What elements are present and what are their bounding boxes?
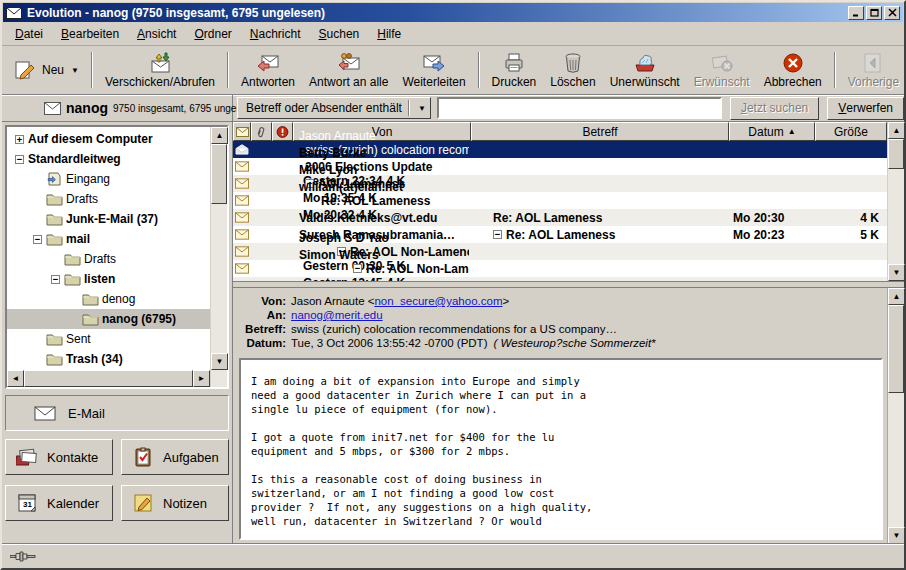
maximize-button[interactable]	[866, 6, 882, 20]
scroll-up-icon[interactable]: ▲	[888, 122, 905, 139]
junk-button[interactable]: Unerwünscht	[603, 48, 687, 92]
column-betreff[interactable]: Betreff	[471, 122, 729, 141]
switcher-contacts-button[interactable]: Kontakte	[5, 439, 113, 475]
tree-item-drafts[interactable]: Drafts	[7, 249, 210, 269]
send-receive-icon	[148, 52, 172, 74]
scroll-up-icon[interactable]: ▲	[888, 288, 905, 305]
scroll-left-icon[interactable]: ◄	[7, 370, 24, 387]
row-datum: Mo 20:23	[729, 228, 815, 242]
tree-item-nanog-6795-[interactable]: nanog (6795)	[7, 309, 210, 329]
print-label: Drucken	[492, 75, 537, 89]
tree-scroll-thumb[interactable]	[211, 144, 227, 204]
calendar-icon: 31	[16, 493, 38, 513]
tree-expander-icon[interactable]: −	[11, 155, 28, 164]
send-receive-button[interactable]: Verschicken/Abrufen	[98, 48, 222, 92]
tree-item-trash-34-[interactable]: Trash (34)	[7, 349, 210, 369]
reply-button[interactable]: Antworten	[234, 48, 302, 92]
tree-expander-icon[interactable]: +	[11, 135, 28, 144]
switcher-mail-button[interactable]: E-Mail	[5, 395, 229, 431]
search-filter-label: Betreff oder Absender enthält	[246, 101, 402, 115]
row-groesse: 5 K	[815, 228, 887, 242]
tree-expander-icon[interactable]: −	[47, 275, 64, 284]
switcher-calendar-button[interactable]: 31 Kalender	[5, 485, 113, 521]
tree-hscroll-thumb[interactable]	[24, 370, 193, 387]
row-von: Valdis.Kletnieks@vt.edu	[293, 211, 471, 225]
betreff-label: Betreff:	[239, 322, 291, 336]
column-attachment[interactable]	[251, 122, 272, 141]
thread-collapse-icon[interactable]: −	[353, 264, 362, 273]
tree-item-standardleitweg[interactable]: −Standardleitweg	[7, 149, 210, 169]
folder-icon	[46, 232, 63, 246]
menu-bearbeiten[interactable]: Bearbeiten	[52, 24, 128, 44]
list-scroll-thumb[interactable]	[888, 139, 904, 169]
scroll-right-icon[interactable]: ►	[193, 370, 210, 387]
tree-item-denog[interactable]: denog	[7, 289, 210, 309]
column-groesse[interactable]: Größe	[815, 122, 887, 141]
tree-item-auf-diesem-computer[interactable]: +Auf diesem Computer	[7, 129, 210, 149]
switcher-notes-button[interactable]: Notizen	[121, 485, 229, 521]
search-filter-dropdown[interactable]: Betreff oder Absender enthält ▼	[237, 97, 431, 119]
new-button[interactable]: Neu ▼	[6, 48, 86, 92]
menu-ordner[interactable]: Ordner	[185, 24, 240, 44]
print-button[interactable]: Drucken	[485, 48, 544, 92]
folder-icon	[82, 312, 99, 326]
menu-suchen[interactable]: Suchen	[310, 24, 369, 44]
forward-button[interactable]: Weiterleiten	[395, 48, 472, 92]
filter-chevron-down-icon: ▼	[418, 104, 426, 113]
close-button[interactable]	[884, 6, 900, 20]
tree-item-drafts[interactable]: Drafts	[7, 189, 210, 209]
switcher-notes-label: Notizen	[163, 496, 207, 511]
unread-envelope-icon	[235, 263, 249, 274]
online-plug-icon	[10, 550, 36, 563]
tree-item-label: Standardleitweg	[28, 152, 121, 166]
switcher-tasks-button[interactable]: Aufgaben	[121, 439, 229, 475]
tasks-icon	[132, 447, 154, 467]
tree-item-junk-e-mail-37-[interactable]: Junk-E-Mail (37)	[7, 209, 210, 229]
list-vertical-scrollbar[interactable]: ▲ ▼	[887, 122, 904, 281]
tree-horizontal-scrollbar[interactable]: ◄ ►	[7, 370, 210, 387]
preview-scroll-thumb[interactable]	[888, 305, 904, 393]
clear-search-button[interactable]: Verwerfen	[827, 97, 904, 120]
new-dropdown-arrow-icon[interactable]: ▼	[71, 66, 79, 75]
scroll-down-icon[interactable]: ▼	[211, 353, 228, 370]
tree-item-sent[interactable]: Sent	[7, 329, 210, 349]
reply-icon	[256, 52, 280, 74]
sender-email-link[interactable]: non_secure@yahoo.com	[374, 295, 502, 307]
search-input[interactable]	[437, 97, 722, 119]
main-area: +Auf diesem Computer−StandardleitwegEing…	[2, 122, 904, 544]
tree-expander-icon[interactable]: −	[29, 235, 46, 244]
message-row[interactable]: Simon Waters −Re: AOL Non-LamenessGester…	[233, 260, 887, 277]
row-datum: Gestern 12:45	[299, 276, 384, 282]
message-rows: Jason Arnaute swiss (zurich) colocation …	[233, 141, 887, 281]
cancel-button[interactable]: Abbrechen	[757, 48, 829, 92]
message-row[interactable]: Valdis.Kletnieks@vt.eduRe: AOL LamenessM…	[233, 209, 887, 226]
column-priority[interactable]	[272, 122, 293, 141]
delete-button[interactable]: Löschen	[543, 48, 602, 92]
unread-envelope-icon	[235, 246, 249, 257]
menu-datei[interactable]: Datei	[6, 24, 52, 44]
previous-button: Vorherige	[841, 48, 906, 92]
menu-hilfe[interactable]: Hilfe	[368, 24, 410, 44]
minimize-button[interactable]	[848, 6, 864, 20]
column-datum[interactable]: Datum ▲	[729, 122, 815, 141]
search-now-button: Jetzt suchen	[730, 97, 819, 120]
tree-item-eingang[interactable]: Eingang	[7, 169, 210, 189]
recipient-email-link[interactable]: nanog@merit.edu	[291, 309, 383, 321]
tree-item-listen[interactable]: −listen	[7, 269, 210, 289]
tree-item-mail[interactable]: −mail	[7, 229, 210, 249]
reply-all-button[interactable]: Antwort an alle	[302, 48, 395, 92]
tree-vertical-scrollbar[interactable]: ▲ ▼	[210, 127, 227, 387]
new-button-label: Neu	[42, 63, 64, 77]
scroll-down-icon[interactable]: ▼	[888, 527, 905, 544]
menu-nachricht[interactable]: Nachricht	[241, 24, 310, 44]
scroll-down-icon[interactable]: ▼	[888, 264, 905, 281]
preview-vertical-scrollbar[interactable]: ▲ ▼	[887, 288, 904, 544]
toolbar: Neu ▼ Verschicken/Abrufen Antworten	[2, 46, 904, 95]
titlebar: Evolution - nanog (9750 insgesamt, 6795 …	[3, 3, 903, 22]
scroll-up-icon[interactable]: ▲	[211, 127, 228, 144]
message-row[interactable]: william(at)elan.net Re: AOL LamenessMo 2…	[233, 192, 887, 209]
column-status[interactable]	[233, 122, 251, 141]
betreff-value: swiss (zurich) colocation recommendation…	[291, 322, 617, 336]
menu-ansicht[interactable]: Ansicht	[128, 24, 185, 44]
thread-collapse-icon[interactable]: −	[493, 230, 502, 239]
